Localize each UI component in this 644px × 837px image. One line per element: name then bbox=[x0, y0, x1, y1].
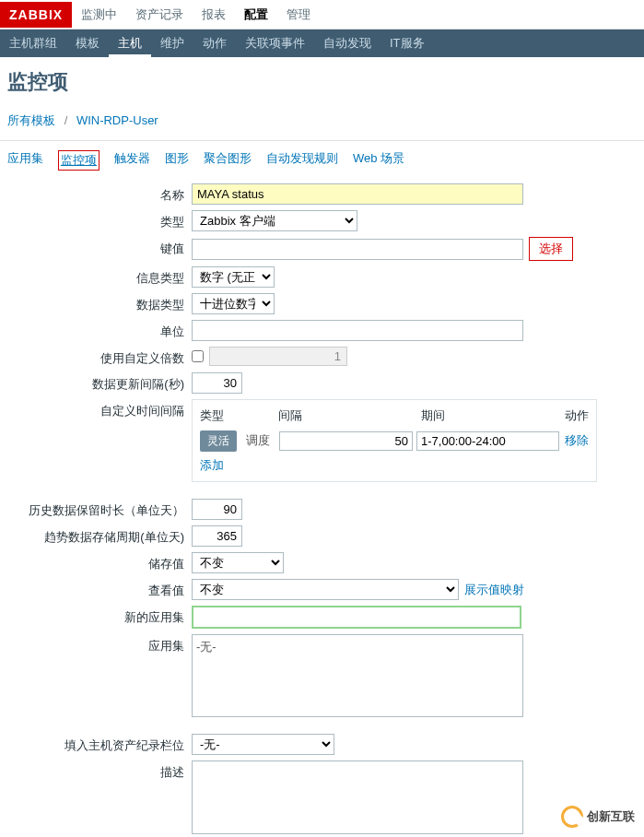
subnav-actions[interactable]: 动作 bbox=[193, 29, 236, 57]
tab-screens[interactable]: 聚合图形 bbox=[204, 150, 252, 171]
tab-graphs[interactable]: 图形 bbox=[165, 150, 189, 171]
watermark-text: 创新互联 bbox=[587, 808, 635, 825]
inventory-label: 填入主机资产纪录栏位 bbox=[7, 734, 192, 754]
inventory-select[interactable]: -无- bbox=[192, 734, 334, 755]
tab-discovery-rules[interactable]: 自动发现规则 bbox=[266, 150, 338, 171]
breadcrumb: 所有模板 / WIN-RDP-User bbox=[0, 107, 644, 141]
interval-type-scheduling[interactable]: 调度 bbox=[240, 430, 275, 452]
top-bar: ZABBIX 监测中 资产记录 报表 配置 管理 bbox=[0, 0, 644, 29]
item-form: 名称 类型 Zabbix 客户端 键值 选择 信息类型 数字 (无正负) 数据类… bbox=[0, 183, 644, 837]
multiplier-value: 1 bbox=[209, 347, 347, 366]
key-input[interactable] bbox=[192, 239, 523, 260]
store-value-label: 储存值 bbox=[7, 552, 192, 572]
tab-items[interactable]: 监控项 bbox=[58, 150, 100, 171]
trends-label: 趋势数据存储周期(单位天) bbox=[7, 525, 192, 546]
key-select-button[interactable]: 选择 bbox=[529, 237, 573, 261]
topnav-inventory[interactable]: 资产记录 bbox=[126, 0, 193, 30]
update-interval-input[interactable] bbox=[192, 372, 242, 394]
interval-remove-link[interactable]: 移除 bbox=[565, 432, 589, 449]
logo: ZABBIX bbox=[0, 2, 72, 28]
breadcrumb-all-templates[interactable]: 所有模板 bbox=[7, 113, 55, 127]
unit-input[interactable] bbox=[192, 320, 523, 341]
top-nav: 监测中 资产记录 报表 配置 管理 bbox=[72, 0, 320, 30]
subnav-discovery[interactable]: 自动发现 bbox=[314, 29, 381, 57]
custom-intervals-box: 类型 间隔 期间 动作 灵活 调度 移除 添加 bbox=[192, 399, 597, 482]
interval-header-type: 类型 bbox=[200, 407, 278, 424]
show-value-mapping-link[interactable]: 展示值映射 bbox=[464, 582, 524, 598]
interval-type-flexible[interactable]: 灵活 bbox=[200, 430, 237, 452]
multiplier-checkbox[interactable] bbox=[192, 350, 204, 362]
page-title: 监控项 bbox=[0, 57, 644, 107]
history-label: 历史数据保留时长（单位天） bbox=[7, 499, 192, 519]
interval-value-input[interactable] bbox=[279, 431, 413, 451]
interval-header-period: 期间 bbox=[421, 407, 564, 424]
subnav-templates[interactable]: 模板 bbox=[66, 29, 109, 57]
key-label: 键值 bbox=[7, 237, 192, 257]
trends-input[interactable] bbox=[192, 525, 242, 547]
unit-label: 单位 bbox=[7, 320, 192, 340]
watermark: 创新互联 bbox=[561, 806, 635, 828]
topnav-reports[interactable]: 报表 bbox=[193, 0, 235, 30]
apps-label: 应用集 bbox=[7, 634, 192, 654]
watermark-icon bbox=[561, 806, 583, 828]
new-app-label: 新的应用集 bbox=[7, 606, 192, 626]
subnav-maintenance[interactable]: 维护 bbox=[151, 29, 193, 57]
breadcrumb-current[interactable]: WIN-RDP-User bbox=[76, 113, 158, 127]
subnav-hosts[interactable]: 主机 bbox=[109, 29, 151, 57]
data-type-label: 数据类型 bbox=[7, 293, 192, 313]
sub-nav: 主机群组 模板 主机 维护 动作 关联项事件 自动发现 IT服务 bbox=[0, 29, 644, 57]
name-label: 名称 bbox=[7, 183, 192, 204]
store-value-select[interactable]: 不变 bbox=[192, 552, 284, 573]
breadcrumb-separator: / bbox=[64, 113, 68, 127]
interval-row: 灵活 调度 移除 bbox=[200, 430, 589, 452]
update-interval-label: 数据更新间隔(秒) bbox=[7, 372, 192, 393]
tab-triggers[interactable]: 触发器 bbox=[114, 150, 150, 171]
tab-applications[interactable]: 应用集 bbox=[7, 150, 43, 171]
interval-period-input[interactable] bbox=[416, 431, 559, 451]
interval-header-interval: 间隔 bbox=[278, 407, 421, 424]
show-value-select[interactable]: 不变 bbox=[192, 579, 459, 600]
type-label: 类型 bbox=[7, 210, 192, 230]
tabs: 应用集 监控项 触发器 图形 聚合图形 自动发现规则 Web 场景 bbox=[0, 141, 644, 183]
subnav-correlation[interactable]: 关联项事件 bbox=[236, 29, 314, 57]
multiplier-label: 使用自定义倍数 bbox=[7, 347, 192, 367]
info-type-label: 信息类型 bbox=[7, 266, 192, 287]
type-select[interactable]: Zabbix 客户端 bbox=[192, 210, 357, 231]
topnav-configuration[interactable]: 配置 bbox=[235, 0, 277, 30]
topnav-monitoring[interactable]: 监测中 bbox=[72, 0, 126, 30]
description-textarea[interactable] bbox=[192, 760, 523, 834]
new-app-input[interactable] bbox=[192, 606, 521, 629]
info-type-select[interactable]: 数字 (无正负) bbox=[192, 266, 275, 288]
interval-add-link[interactable]: 添加 bbox=[200, 458, 224, 472]
name-input[interactable] bbox=[192, 183, 523, 205]
show-value-label: 查看值 bbox=[7, 579, 192, 599]
description-label: 描述 bbox=[7, 760, 192, 781]
topnav-admin[interactable]: 管理 bbox=[277, 0, 320, 30]
history-input[interactable] bbox=[192, 499, 242, 520]
subnav-itservices[interactable]: IT服务 bbox=[381, 29, 434, 57]
data-type-select[interactable]: 十进位数字 bbox=[192, 293, 275, 314]
apps-listbox[interactable]: -无- bbox=[192, 634, 523, 717]
custom-intervals-label: 自定义时间间隔 bbox=[7, 399, 192, 419]
interval-header-action: 动作 bbox=[564, 407, 589, 424]
tab-web-scenarios[interactable]: Web 场景 bbox=[353, 150, 404, 171]
subnav-hostgroups[interactable]: 主机群组 bbox=[0, 29, 66, 57]
